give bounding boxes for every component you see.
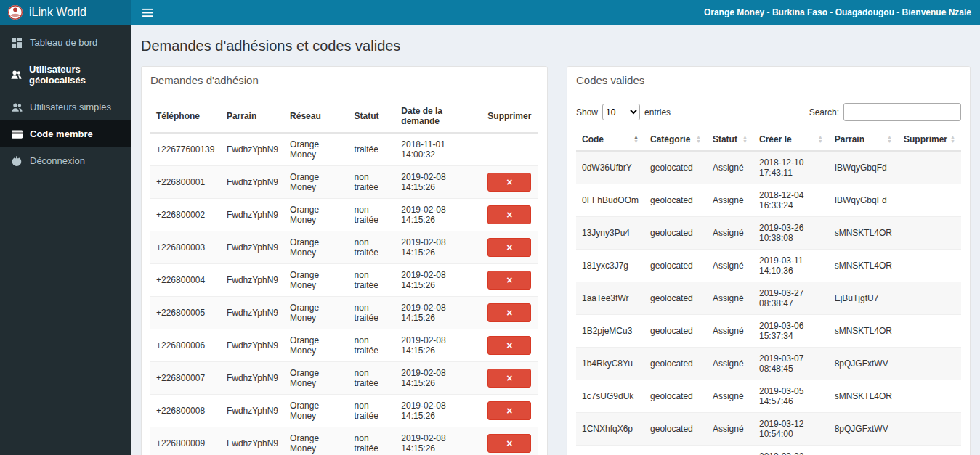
sidebar-item-deconnexion[interactable]: Déconnexion — [0, 147, 131, 174]
codes-panel-body: Show 10 entries Search: Code▲▼Catégorie▲… — [567, 94, 970, 455]
supprimer-cell — [898, 380, 961, 413]
column-header-label: Supprimer — [904, 134, 947, 144]
delete-button[interactable]: × — [487, 434, 531, 453]
delete-button[interactable]: × — [487, 336, 531, 355]
parrain-cell: EjBuTjgtU7 — [829, 282, 898, 315]
creer-le-cell: 2018-12-04 16:33:24 — [753, 184, 829, 217]
search-input[interactable] — [843, 103, 961, 121]
column-header-sortable[interactable]: Parrain▲▼ — [829, 128, 898, 151]
code-cell: 1B2pjeMCu3 — [576, 315, 644, 348]
adhesions-header-row: TéléphoneParrainRéseauStatutDate de la d… — [150, 100, 538, 133]
sidebar-item-utilisateurs-simples[interactable]: Utilisateurs simples — [0, 94, 131, 120]
datatable-toolbar: Show 10 entries Search: — [576, 103, 961, 121]
creer-le-cell: 2019-03-07 08:48:45 — [753, 348, 829, 380]
column-header-sortable[interactable]: Code▲▼ — [576, 128, 644, 151]
delete-button[interactable]: × — [487, 271, 531, 290]
supprimer-cell — [898, 348, 961, 380]
column-header-sortable[interactable]: Supprimer▲▼ — [898, 128, 961, 151]
sort-icon: ▲▼ — [696, 135, 701, 144]
reseau-cell: Orange Money — [284, 395, 349, 427]
delete-button[interactable]: × — [487, 238, 531, 257]
hamburger-menu-icon[interactable] — [131, 0, 164, 25]
column-header-label: Code — [582, 134, 604, 144]
parrain-cell: FwdhzYphN9 — [221, 329, 284, 362]
telephone-cell: +226800007 — [150, 362, 221, 395]
delete-button[interactable]: × — [487, 401, 531, 420]
code-cell: 0FFhBudOOm — [576, 184, 644, 217]
codes-panel: Codes valides Show 10 entries Search: Co… — [567, 66, 971, 455]
sidebar-item-tableau-de-bord[interactable]: Tableau de bord — [0, 29, 131, 56]
adhesion-row: +22677600139FwdhzYphN9Orange Moneytraité… — [150, 133, 538, 166]
parrain-cell: FwdhzYphN9 — [221, 133, 284, 166]
statut-cell: Assigné — [707, 151, 753, 184]
code-row: 1c7sUG9dUkgeolocatedAssigné2019-03-05 14… — [576, 380, 961, 413]
x-icon: × — [506, 340, 512, 351]
parrain-cell: sMNSKTL4OR — [829, 217, 898, 250]
categorie-cell: geolocated — [644, 380, 707, 413]
sidebar-item-label: Utilisateurs géolocalisés — [29, 64, 121, 86]
adhesions-panel-title: Demandes d'adhésion — [142, 67, 547, 94]
creer-le-cell: 2019-03-12 10:54:00 — [753, 413, 829, 446]
categorie-cell: geolocated — [644, 151, 707, 184]
telephone-cell: +226800001 — [150, 166, 221, 199]
statut-cell: non traitée — [349, 362, 396, 395]
date-cell: 2019-02-08 14:15:26 — [395, 231, 482, 264]
creer-le-cell: 2019-03-26 10:38:08 — [753, 217, 829, 250]
column-header: Statut — [349, 100, 396, 133]
statut-cell: Assigné — [707, 184, 753, 217]
supprimer-cell: × — [482, 297, 538, 329]
supprimer-cell — [898, 413, 961, 446]
adhesions-table: TéléphoneParrainRéseauStatutDate de la d… — [150, 100, 538, 455]
delete-button[interactable]: × — [487, 205, 531, 224]
categorie-cell: geolocated — [644, 413, 707, 446]
creer-le-cell: 2019-03-11 14:10:36 — [753, 250, 829, 282]
sidebar-item-code-membre[interactable]: Code membre — [0, 120, 131, 147]
reseau-cell: Orange Money — [284, 264, 349, 297]
page-length-select[interactable]: 10 — [602, 104, 640, 120]
delete-button[interactable]: × — [487, 173, 531, 192]
users-icon — [11, 70, 22, 80]
parrain-cell: FwdhzYphN9 — [221, 199, 284, 231]
supprimer-cell: × — [482, 166, 538, 199]
statut-cell: non traitée — [349, 427, 396, 455]
statut-cell: non traitée — [349, 231, 396, 264]
parrain-cell: 8pQJGFxtWV — [829, 348, 898, 380]
page-length-control: Show 10 entries — [576, 104, 671, 120]
topbar-nav: Orange Money - Burkina Faso - Ouagadougo… — [131, 0, 980, 25]
adhesion-row: +226800006FwdhzYphN9Orange Moneynon trai… — [150, 329, 538, 362]
x-icon: × — [506, 242, 512, 253]
adhesion-row: +226800007FwdhzYphN9Orange Moneynon trai… — [150, 362, 538, 395]
categorie-cell: geolocated — [644, 446, 707, 455]
code-cell: 181yxc3J7g — [576, 250, 644, 282]
column-header: Supprimer — [482, 100, 538, 133]
column-header-sortable[interactable]: Catégorie▲▼ — [644, 128, 707, 151]
x-icon: × — [506, 210, 512, 220]
telephone-cell: +226800008 — [150, 395, 221, 427]
delete-button[interactable]: × — [487, 369, 531, 388]
adhesions-panel-body: TéléphoneParrainRéseauStatutDate de la d… — [142, 94, 547, 455]
statut-cell: Assigné — [707, 282, 753, 315]
statut-cell: non traitée — [349, 297, 396, 329]
codes-header-row: Code▲▼Catégorie▲▼Statut▲▼Créer le▲▼Parra… — [576, 128, 961, 151]
date-cell: 2019-02-08 14:15:26 — [395, 395, 482, 427]
column-header-label: Catégorie — [650, 134, 690, 144]
adhesion-row: +226800003FwdhzYphN9Orange Moneynon trai… — [150, 231, 538, 264]
date-cell: 2019-02-08 14:15:26 — [395, 362, 482, 395]
column-header-label: Parrain — [835, 134, 864, 144]
supprimer-cell: × — [482, 231, 538, 264]
column-header-sortable[interactable]: Créer le▲▼ — [753, 128, 829, 151]
supprimer-cell: × — [482, 264, 538, 297]
code-row: 1d9CDtc4mvgeolocatedAssigné2019-03-22 08… — [576, 446, 961, 455]
parrain-cell: 8pQJGFxtWV — [829, 413, 898, 446]
adhesions-panel: Demandes d'adhésion TéléphoneParrainRése… — [141, 66, 548, 455]
ilink-logo-icon — [7, 4, 23, 20]
sidebar-item-utilisateurs-geolocalises[interactable]: Utilisateurs géolocalisés — [0, 56, 131, 94]
delete-button[interactable]: × — [487, 303, 531, 322]
creer-le-cell: 2018-12-10 17:43:11 — [753, 151, 829, 184]
topbar-user-info: Orange Money - Burkina Faso - Ouagadougo… — [704, 7, 980, 17]
statut-cell: Assigné — [707, 413, 753, 446]
statut-cell: non traitée — [349, 199, 396, 231]
statut-cell: non traitée — [349, 166, 396, 199]
column-header-sortable[interactable]: Statut▲▼ — [707, 128, 753, 151]
brand-link[interactable]: iLink World — [0, 0, 131, 25]
